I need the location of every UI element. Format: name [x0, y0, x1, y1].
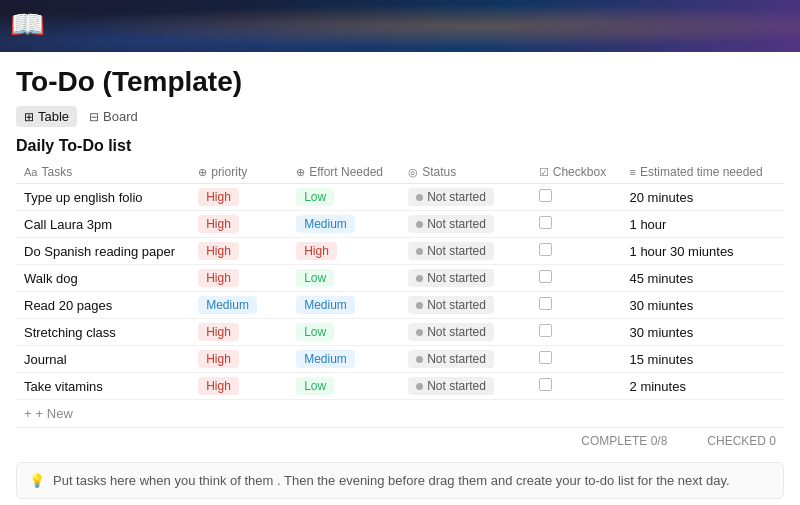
footer-stats: COMPLETE 0/8 CHECKED 0: [16, 427, 784, 454]
priority-cell: High: [190, 211, 288, 238]
plus-icon: +: [24, 406, 32, 421]
priority-cell: High: [190, 238, 288, 265]
new-row-btn[interactable]: + + New: [16, 400, 784, 427]
priority-cell: High: [190, 346, 288, 373]
status-cell: Not started: [400, 184, 531, 211]
complete-stat: COMPLETE 0/8: [581, 434, 667, 448]
th-tasks: AaTasks: [16, 161, 190, 184]
th-time: ≡Estimated time needed: [622, 161, 784, 184]
effort-cell: Medium: [288, 211, 400, 238]
tab-table-1[interactable]: ⊞ Table: [16, 106, 77, 127]
checkbox-cell[interactable]: [531, 346, 622, 373]
task-cell: Stretching class: [16, 319, 190, 346]
page-content: To-Do (Template) ⊞ Table ⊟ Board Daily T…: [0, 52, 800, 505]
th-priority: ⊕priority: [190, 161, 288, 184]
table-row: Call Laura 3pm High Medium Not started 1…: [16, 211, 784, 238]
task-cell: Take vitamins: [16, 373, 190, 400]
th-checkbox: ☑Checkbox: [531, 161, 622, 184]
time-cell: 1 hour 30 miuntes: [622, 238, 784, 265]
checkbox-cell[interactable]: [531, 373, 622, 400]
checkbox-cell[interactable]: [531, 292, 622, 319]
table-row: Read 20 pages Medium Medium Not started …: [16, 292, 784, 319]
checked-stat: CHECKED 0: [707, 434, 776, 448]
table-row: Walk dog High Low Not started 45 minutes: [16, 265, 784, 292]
table-row: Type up english folio High Low Not start…: [16, 184, 784, 211]
status-cell: Not started: [400, 292, 531, 319]
header-banner: 📖: [0, 0, 800, 52]
view-tabs-1: ⊞ Table ⊟ Board: [16, 106, 784, 127]
effort-cell: Low: [288, 373, 400, 400]
time-cell: 20 minutes: [622, 184, 784, 211]
th-effort: ⊕Effort Needed: [288, 161, 400, 184]
status-cell: Not started: [400, 238, 531, 265]
priority-cell: High: [190, 184, 288, 211]
time-cell: 1 hour: [622, 211, 784, 238]
table-icon: ⊞: [24, 110, 34, 124]
priority-cell: Medium: [190, 292, 288, 319]
task-cell: Read 20 pages: [16, 292, 190, 319]
task-cell: Call Laura 3pm: [16, 211, 190, 238]
page-title: To-Do (Template): [16, 66, 784, 98]
tip-emoji: 💡: [29, 473, 45, 488]
table-row: Stretching class High Low Not started 30…: [16, 319, 784, 346]
table-row: Do Spanish reading paper High High Not s…: [16, 238, 784, 265]
time-cell: 15 minutes: [622, 346, 784, 373]
effort-cell: Low: [288, 184, 400, 211]
table-row: Journal High Medium Not started 15 minut…: [16, 346, 784, 373]
time-cell: 30 miuntes: [622, 319, 784, 346]
board-icon: ⊟: [89, 110, 99, 124]
table-row: Take vitamins High Low Not started 2 min…: [16, 373, 784, 400]
time-cell: 45 minutes: [622, 265, 784, 292]
checkbox-cell[interactable]: [531, 184, 622, 211]
table-header-row: AaTasks ⊕priority ⊕Effort Needed ◎Status…: [16, 161, 784, 184]
checkbox-cell[interactable]: [531, 211, 622, 238]
time-cell: 30 miuntes: [622, 292, 784, 319]
checkbox-cell[interactable]: [531, 265, 622, 292]
daily-todo-table: AaTasks ⊕priority ⊕Effort Needed ◎Status…: [16, 161, 784, 400]
priority-cell: High: [190, 373, 288, 400]
tip-text: Put tasks here when you think of them . …: [53, 473, 730, 488]
section1-title: Daily To-Do list: [16, 137, 784, 155]
status-cell: Not started: [400, 265, 531, 292]
priority-cell: High: [190, 265, 288, 292]
status-cell: Not started: [400, 211, 531, 238]
effort-cell: High: [288, 238, 400, 265]
task-cell: Walk dog: [16, 265, 190, 292]
th-tasks-icon: Aa: [24, 166, 37, 178]
checkbox-cell[interactable]: [531, 319, 622, 346]
tip-box: 💡 Put tasks here when you think of them …: [16, 462, 784, 499]
status-cell: Not started: [400, 346, 531, 373]
effort-cell: Low: [288, 265, 400, 292]
status-cell: Not started: [400, 373, 531, 400]
status-cell: Not started: [400, 319, 531, 346]
priority-cell: High: [190, 319, 288, 346]
tab-board-1[interactable]: ⊟ Board: [81, 106, 146, 127]
task-cell: Journal: [16, 346, 190, 373]
effort-cell: Low: [288, 319, 400, 346]
task-cell: Type up english folio: [16, 184, 190, 211]
effort-cell: Medium: [288, 292, 400, 319]
effort-cell: Medium: [288, 346, 400, 373]
task-cell: Do Spanish reading paper: [16, 238, 190, 265]
th-status: ◎Status: [400, 161, 531, 184]
checkbox-cell[interactable]: [531, 238, 622, 265]
book-icon: 📖: [10, 8, 45, 41]
time-cell: 2 minutes: [622, 373, 784, 400]
